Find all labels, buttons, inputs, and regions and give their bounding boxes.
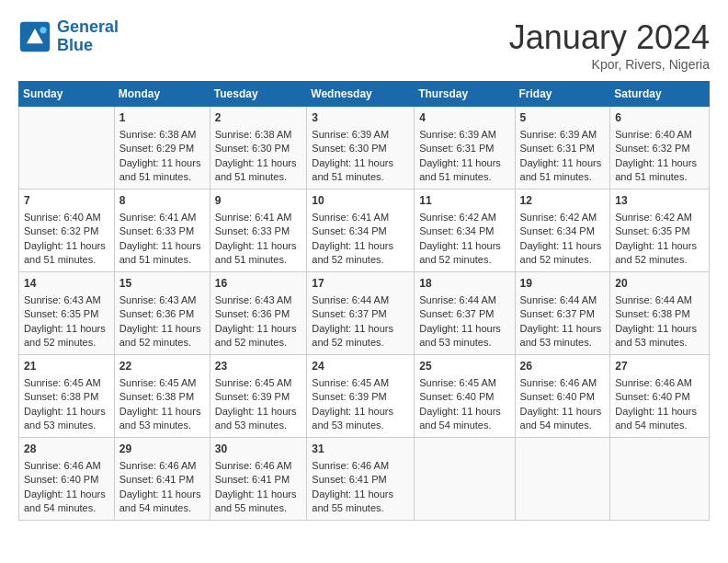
sunrise-text: Sunrise: 6:44 AM: [419, 293, 509, 307]
sunset-text: Sunset: 6:34 PM: [312, 224, 409, 238]
sunset-text: Sunset: 6:41 PM: [119, 473, 205, 487]
sunrise-text: Sunrise: 6:44 AM: [312, 293, 409, 307]
sunrise-text: Sunrise: 6:40 AM: [24, 211, 109, 224]
sunrise-text: Sunrise: 6:45 AM: [24, 376, 109, 390]
daylight-text: Daylight: 11 hours and 51 minutes.: [119, 156, 205, 185]
day-header-monday: Monday: [114, 82, 210, 107]
daylight-text: Daylight: 11 hours and 51 minutes.: [520, 156, 606, 185]
sunset-text: Sunset: 6:33 PM: [215, 224, 302, 238]
title-block: January 2024 Kpor, Rivers, Nigeria: [509, 18, 710, 72]
calendar-cell: 7Sunrise: 6:40 AMSunset: 6:32 PMDaylight…: [19, 190, 115, 272]
day-number: 12: [520, 193, 606, 209]
sunset-text: Sunset: 6:29 PM: [119, 142, 205, 155]
day-number: 22: [119, 359, 205, 374]
day-number: 28: [24, 442, 109, 457]
sunset-text: Sunset: 6:41 PM: [312, 473, 409, 487]
calendar-cell: 9Sunrise: 6:41 AMSunset: 6:33 PMDaylight…: [210, 190, 307, 272]
week-row-1: 1Sunrise: 6:38 AMSunset: 6:29 PMDaylight…: [19, 107, 710, 190]
sunrise-text: Sunrise: 6:42 AM: [615, 211, 704, 224]
sunrise-text: Sunrise: 6:40 AM: [615, 128, 704, 142]
sunset-text: Sunset: 6:40 PM: [520, 390, 606, 404]
day-number: 25: [419, 359, 509, 374]
day-header-thursday: Thursday: [415, 82, 515, 107]
sunrise-text: Sunrise: 6:45 AM: [119, 376, 205, 390]
sunset-text: Sunset: 6:37 PM: [520, 307, 606, 321]
sunrise-text: Sunrise: 6:46 AM: [119, 459, 205, 473]
calendar-cell: 5Sunrise: 6:39 AMSunset: 6:31 PMDaylight…: [515, 107, 610, 190]
day-number: 13: [615, 193, 704, 209]
sunrise-text: Sunrise: 6:43 AM: [119, 293, 205, 307]
sunrise-text: Sunrise: 6:41 AM: [215, 211, 302, 224]
daylight-text: Daylight: 11 hours and 52 minutes.: [312, 322, 409, 350]
daylight-text: Daylight: 11 hours and 54 minutes.: [24, 488, 109, 516]
calendar-cell: 17Sunrise: 6:44 AMSunset: 6:37 PMDayligh…: [307, 272, 415, 355]
daylight-text: Daylight: 11 hours and 53 minutes.: [615, 322, 704, 350]
week-row-2: 7Sunrise: 6:40 AMSunset: 6:32 PMDaylight…: [19, 190, 710, 272]
daylight-text: Daylight: 11 hours and 51 minutes.: [312, 156, 409, 185]
day-number: 18: [419, 276, 509, 292]
sunset-text: Sunset: 6:39 PM: [215, 390, 302, 404]
calendar-cell: 11Sunrise: 6:42 AMSunset: 6:34 PMDayligh…: [415, 190, 515, 272]
sunset-text: Sunset: 6:41 PM: [215, 473, 302, 487]
sunset-text: Sunset: 6:33 PM: [119, 224, 205, 238]
sunset-text: Sunset: 6:30 PM: [312, 142, 409, 155]
daylight-text: Daylight: 11 hours and 55 minutes.: [215, 488, 302, 516]
sunset-text: Sunset: 6:38 PM: [24, 390, 109, 404]
day-number: 2: [215, 110, 302, 126]
calendar-cell: [19, 107, 115, 190]
sunset-text: Sunset: 6:40 PM: [24, 473, 109, 487]
week-row-3: 14Sunrise: 6:43 AMSunset: 6:35 PMDayligh…: [19, 272, 710, 355]
day-header-wednesday: Wednesday: [307, 82, 415, 107]
sunrise-text: Sunrise: 6:46 AM: [312, 459, 409, 473]
sunset-text: Sunset: 6:34 PM: [419, 224, 509, 238]
sunrise-text: Sunrise: 6:45 AM: [312, 376, 409, 390]
calendar-cell: 25Sunrise: 6:45 AMSunset: 6:40 PMDayligh…: [415, 355, 515, 438]
logo: General Blue: [18, 18, 119, 55]
day-number: 1: [119, 110, 205, 126]
daylight-text: Daylight: 11 hours and 53 minutes.: [419, 322, 509, 350]
daylight-text: Daylight: 11 hours and 52 minutes.: [24, 322, 109, 350]
day-number: 29: [119, 442, 205, 457]
calendar-cell: 12Sunrise: 6:42 AMSunset: 6:34 PMDayligh…: [515, 190, 610, 272]
day-header-friday: Friday: [515, 82, 610, 107]
calendar-cell: 4Sunrise: 6:39 AMSunset: 6:31 PMDaylight…: [415, 107, 515, 190]
calendar-cell: 26Sunrise: 6:46 AMSunset: 6:40 PMDayligh…: [515, 355, 610, 438]
calendar-cell: 15Sunrise: 6:43 AMSunset: 6:36 PMDayligh…: [114, 272, 210, 355]
daylight-text: Daylight: 11 hours and 52 minutes.: [419, 239, 509, 268]
day-number: 15: [119, 276, 205, 292]
sunrise-text: Sunrise: 6:46 AM: [215, 459, 302, 473]
calendar-cell: 3Sunrise: 6:39 AMSunset: 6:30 PMDaylight…: [307, 107, 415, 190]
calendar-cell: 19Sunrise: 6:44 AMSunset: 6:37 PMDayligh…: [515, 272, 610, 355]
sunrise-text: Sunrise: 6:38 AM: [119, 128, 205, 142]
sunrise-text: Sunrise: 6:39 AM: [312, 128, 409, 142]
daylight-text: Daylight: 11 hours and 54 minutes.: [615, 405, 704, 433]
calendar-table: SundayMondayTuesdayWednesdayThursdayFrid…: [18, 81, 710, 521]
week-row-4: 21Sunrise: 6:45 AMSunset: 6:38 PMDayligh…: [19, 355, 710, 438]
sunset-text: Sunset: 6:34 PM: [520, 224, 606, 238]
daylight-text: Daylight: 11 hours and 54 minutes.: [119, 488, 205, 516]
sunset-text: Sunset: 6:35 PM: [615, 224, 704, 238]
calendar-cell: [415, 438, 515, 521]
sunset-text: Sunset: 6:37 PM: [419, 307, 509, 321]
daylight-text: Daylight: 11 hours and 53 minutes.: [24, 405, 109, 433]
sunset-text: Sunset: 6:30 PM: [215, 142, 302, 155]
day-number: 20: [615, 276, 704, 292]
daylight-text: Daylight: 11 hours and 55 minutes.: [312, 488, 409, 516]
calendar-cell: 2Sunrise: 6:38 AMSunset: 6:30 PMDaylight…: [210, 107, 307, 190]
day-number: 24: [312, 359, 409, 374]
calendar-cell: [515, 438, 610, 521]
day-number: 11: [419, 193, 509, 209]
sunset-text: Sunset: 6:32 PM: [615, 142, 704, 155]
day-number: 9: [215, 193, 302, 209]
sunrise-text: Sunrise: 6:42 AM: [419, 211, 509, 224]
calendar-cell: 18Sunrise: 6:44 AMSunset: 6:37 PMDayligh…: [415, 272, 515, 355]
calendar-cell: 28Sunrise: 6:46 AMSunset: 6:40 PMDayligh…: [19, 438, 115, 521]
calendar-cell: 21Sunrise: 6:45 AMSunset: 6:38 PMDayligh…: [19, 355, 115, 438]
sunrise-text: Sunrise: 6:39 AM: [520, 128, 606, 142]
day-header-sunday: Sunday: [19, 82, 115, 107]
day-number: 6: [615, 110, 704, 126]
sunrise-text: Sunrise: 6:44 AM: [520, 293, 606, 307]
sunset-text: Sunset: 6:31 PM: [520, 142, 606, 155]
day-number: 5: [520, 110, 606, 126]
page-header: General Blue January 2024 Kpor, Rivers, …: [18, 18, 710, 72]
